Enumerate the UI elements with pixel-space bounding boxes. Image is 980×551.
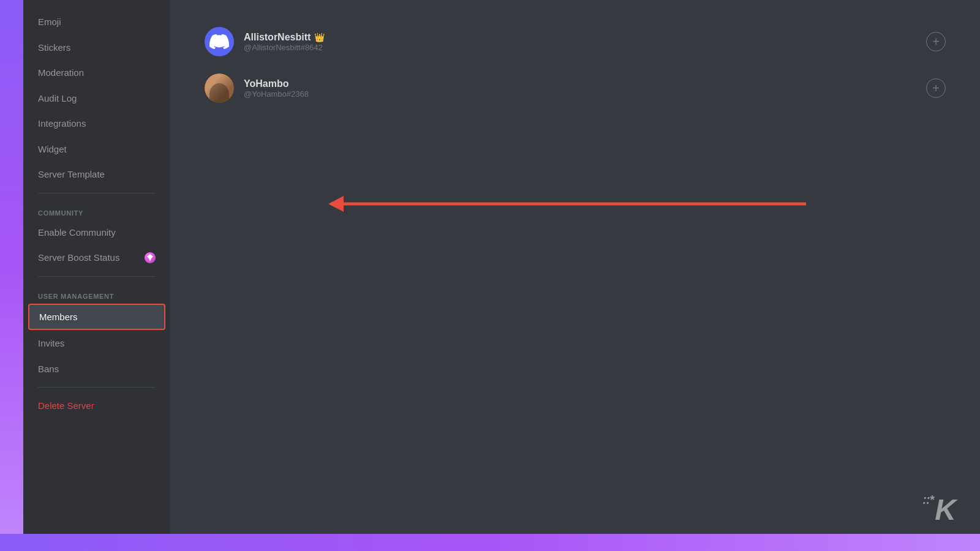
svg-marker-1 bbox=[328, 196, 344, 212]
add-user-button[interactable]: + bbox=[926, 78, 946, 98]
crown-icon: 👑 bbox=[314, 32, 325, 42]
sidebar-item-emoji[interactable]: Emoji bbox=[28, 10, 165, 34]
sidebar-item-server-template[interactable]: Server Template bbox=[28, 162, 165, 187]
sidebar: Emoji Stickers Moderation Audit Log Inte… bbox=[23, 0, 170, 534]
divider-1 bbox=[38, 193, 156, 193]
section-label-user-management: USER MANAGEMENT bbox=[28, 283, 165, 302]
user-name: YoHambo bbox=[244, 78, 916, 89]
user-tag: @YoHambo#2368 bbox=[244, 89, 916, 99]
user-name: AllistorNesbitt 👑 bbox=[244, 32, 916, 43]
sidebar-item-bans[interactable]: Bans bbox=[28, 357, 165, 381]
boost-gem-icon bbox=[145, 252, 156, 263]
main-content: Emoji Stickers Moderation Audit Log Inte… bbox=[0, 0, 980, 534]
sidebar-item-enable-community[interactable]: Enable Community bbox=[28, 220, 165, 245]
sidebar-item-members[interactable]: Members bbox=[28, 304, 165, 331]
add-user-button[interactable]: + bbox=[926, 32, 946, 51]
user-info: AllistorNesbitt 👑 @AllistorNesbitt#8642 bbox=[244, 32, 916, 52]
watermark-letter: K bbox=[935, 493, 956, 526]
sidebar-item-audit-log[interactable]: Audit Log bbox=[28, 86, 165, 111]
table-row: AllistorNesbitt 👑 @AllistorNesbitt#8642 … bbox=[195, 20, 956, 64]
sidebar-item-stickers[interactable]: Stickers bbox=[28, 36, 165, 60]
users-list: AllistorNesbitt 👑 @AllistorNesbitt#8642 … bbox=[195, 20, 956, 113]
sidebar-item-widget[interactable]: Widget bbox=[28, 137, 165, 162]
left-border bbox=[0, 0, 23, 534]
server-boost-label: Server Boost Status bbox=[38, 252, 119, 264]
divider-3 bbox=[38, 387, 156, 388]
bottom-bar bbox=[0, 534, 980, 551]
watermark-dots: ::* bbox=[922, 493, 933, 506]
table-row: YoHambo @YoHambo#2368 + bbox=[195, 66, 956, 110]
avatar-image bbox=[205, 73, 234, 103]
sidebar-item-server-boost[interactable]: Server Boost Status bbox=[28, 246, 165, 270]
watermark: ::*K bbox=[922, 493, 956, 527]
sidebar-item-moderation[interactable]: Moderation bbox=[28, 61, 165, 85]
main-panel: AllistorNesbitt 👑 @AllistorNesbitt#8642 … bbox=[170, 0, 980, 534]
arrow-annotation bbox=[322, 189, 812, 219]
user-info: YoHambo @YoHambo#2368 bbox=[244, 78, 916, 99]
section-label-community: COMMUNITY bbox=[28, 200, 165, 219]
sidebar-item-invites[interactable]: Invites bbox=[28, 331, 165, 356]
avatar bbox=[205, 73, 234, 103]
avatar bbox=[205, 27, 234, 56]
sidebar-item-integrations[interactable]: Integrations bbox=[28, 111, 165, 136]
divider-2 bbox=[38, 276, 156, 277]
avatar-silhouette bbox=[209, 83, 229, 103]
user-tag: @AllistorNesbitt#8642 bbox=[244, 43, 916, 52]
sidebar-item-delete-server[interactable]: Delete Server bbox=[28, 394, 165, 418]
